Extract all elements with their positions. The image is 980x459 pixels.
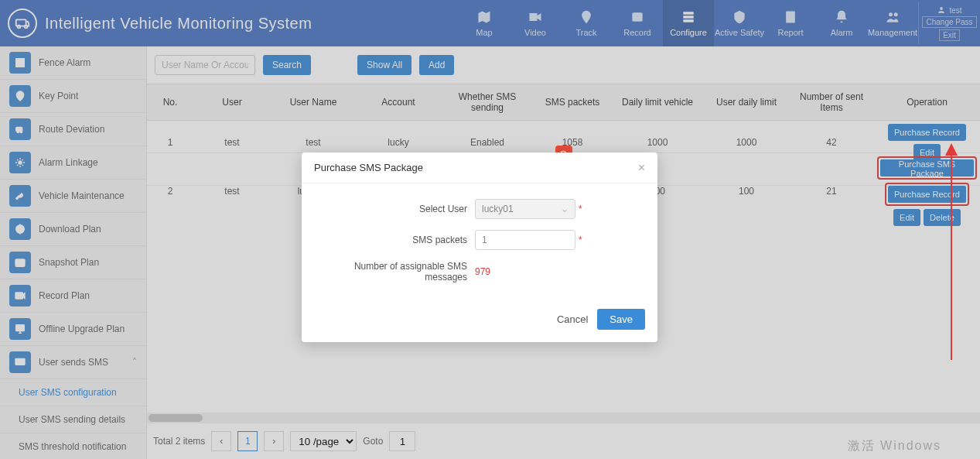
modal-save-button[interactable]: Save	[597, 309, 645, 330]
purchase-sms-modal: Purchase SMS Package × Select User lucky…	[302, 152, 657, 342]
modal-cancel-button[interactable]: Cancel	[557, 309, 588, 330]
pager-prev-button[interactable]: ‹	[211, 431, 231, 451]
nav-label: Map	[476, 28, 492, 37]
nav-management[interactable]: Management	[867, 0, 918, 46]
modal-close-button[interactable]: ×	[638, 161, 645, 175]
sidebar-item-user-sends-sms[interactable]: User sends SMS˄	[0, 346, 146, 379]
nav-label: Video	[524, 28, 546, 37]
add-button[interactable]: Add	[419, 55, 454, 75]
sidebar-sub-sms-threshold[interactable]: SMS threshold notification	[0, 433, 146, 459]
record-plan-icon	[9, 285, 31, 307]
nav-video[interactable]: Video	[510, 0, 561, 46]
horizontal-scrollbar[interactable]	[147, 413, 980, 423]
sidebar-item-label: Record Plan	[39, 290, 90, 301]
search-button[interactable]: Search	[263, 55, 311, 75]
nav-label: Alarm	[831, 28, 853, 37]
snapshot-plan-icon	[9, 252, 31, 273]
table-header: No.UserUser NameAccountWhether SMS sendi…	[147, 84, 980, 121]
nav-record[interactable]: Record	[612, 0, 663, 46]
purchase-record-button[interactable]: Purchase Record	[888, 124, 966, 141]
svg-rect-18	[15, 293, 22, 299]
col-header: SMS packets	[534, 84, 611, 120]
purchase-record-button[interactable]: Purchase Record	[888, 186, 966, 203]
offline-upgrade-plan-icon	[9, 318, 31, 340]
assignable-value: 979	[475, 266, 490, 277]
pager-page-1[interactable]: 1	[237, 431, 258, 451]
required-asterisk: *	[579, 235, 582, 245]
user-name: test	[949, 6, 961, 15]
show-all-button[interactable]: Show All	[357, 55, 411, 75]
col-header: User daily limit	[704, 84, 789, 120]
col-header: Number of sent Items	[789, 84, 874, 120]
sms-packets-label: SMS packets	[320, 235, 475, 245]
nav-report[interactable]: Report	[765, 0, 816, 46]
col-header: Account	[356, 84, 441, 120]
table-cell: 21	[789, 153, 874, 229]
key-point-icon	[9, 85, 31, 107]
nav-map[interactable]: Map	[459, 0, 510, 46]
svg-rect-0	[16, 19, 26, 26]
sidebar-item-download-plan[interactable]: Download Plan	[0, 213, 146, 246]
required-asterisk: *	[579, 204, 582, 214]
exit-button[interactable]: Exit	[939, 29, 960, 41]
table-cell: 2	[147, 153, 193, 229]
svg-point-17	[18, 261, 22, 265]
svg-point-5	[636, 15, 640, 19]
select-user-dropdown[interactable]: lucky01 ⌄	[475, 199, 575, 219]
svg-point-15	[19, 161, 22, 164]
sidebar-item-label: Offline Upgrade Plan	[39, 324, 125, 334]
assignable-label: Number of assignable SMS messages	[320, 261, 475, 283]
top-nav: MapVideoTrackRecordConfigureActive Safet…	[459, 0, 918, 46]
sidebar-item-label: Key Point	[39, 91, 78, 101]
pager-total: Total 2 items	[153, 436, 205, 447]
nav-label: Management	[868, 28, 917, 37]
app-title: Intelligent Vehicle Monitoring System	[45, 15, 312, 33]
sidebar-item-vehicle-maintenance[interactable]: Vehicle Maintenance	[0, 180, 146, 213]
nav-configure[interactable]: Configure	[663, 0, 714, 46]
sms-packets-input[interactable]	[475, 230, 575, 250]
logo-icon	[8, 9, 37, 38]
col-header: User	[193, 84, 271, 120]
svg-point-8	[894, 12, 898, 16]
col-header: Daily limit vehicle	[611, 84, 704, 120]
svg-rect-6	[786, 12, 795, 23]
sidebar-item-alarm-linkage[interactable]: Alarm Linkage	[0, 146, 146, 180]
topbar: Intelligent Vehicle Monitoring System Ma…	[0, 0, 980, 46]
purchase-sms-package-button[interactable]: Purchase SMS Package	[880, 159, 974, 176]
sidebar-item-record-plan[interactable]: Record Plan	[0, 279, 146, 313]
svg-point-14	[20, 131, 22, 133]
sidebar-item-key-point[interactable]: Key Point	[0, 80, 146, 113]
select-user-label: Select User	[320, 204, 475, 214]
sidebar-item-label: User sends SMS	[39, 357, 108, 368]
vehicle-maintenance-icon	[9, 185, 31, 207]
col-header: Operation	[874, 84, 980, 120]
pager-pagesize-select[interactable]: 10 /page	[290, 431, 357, 451]
nav-active-safety[interactable]: Active Safety	[714, 0, 765, 46]
table-cell: test	[193, 153, 271, 229]
nav-alarm[interactable]: Alarm	[816, 0, 867, 46]
delete-button[interactable]: Delete	[924, 209, 961, 226]
sidebar-item-label: Fence Alarm	[39, 57, 90, 68]
sidebar-item-label: Vehicle Maintenance	[39, 190, 125, 201]
select-user-value: lucky01	[482, 204, 514, 214]
pager-next-button[interactable]: ›	[264, 431, 284, 451]
windows-watermark: 激活 Windows	[848, 438, 941, 454]
sidebar-item-label: Route Deviation	[39, 124, 104, 135]
sidebar-item-route-deviation[interactable]: Route Deviation	[0, 113, 146, 146]
search-input[interactable]	[155, 55, 255, 75]
user-panel: test Change Pass Exit	[918, 2, 980, 44]
sidebar-item-offline-upgrade-plan[interactable]: Offline Upgrade Plan	[0, 313, 146, 346]
sidebar-item-label: Snapshot Plan	[39, 257, 99, 268]
sidebar-sub-user-sms-details[interactable]: User SMS sending details	[0, 406, 146, 433]
sidebar-item-snapshot-plan[interactable]: Snapshot Plan	[0, 246, 146, 279]
scrollbar-thumb[interactable]	[149, 414, 203, 422]
nav-track[interactable]: Track	[561, 0, 612, 46]
highlight-border: Purchase Record	[885, 183, 969, 206]
col-header: Whether SMS sending	[441, 84, 534, 120]
nav-label: Report	[777, 28, 803, 37]
change-pass-button[interactable]: Change Pass	[922, 16, 976, 28]
pager-goto-input[interactable]	[389, 431, 415, 451]
sidebar-sub-user-sms-config[interactable]: User SMS configuration	[0, 379, 146, 406]
sidebar-item-fence-alarm[interactable]: Fence Alarm	[0, 46, 146, 80]
edit-button[interactable]: Edit	[893, 209, 920, 226]
